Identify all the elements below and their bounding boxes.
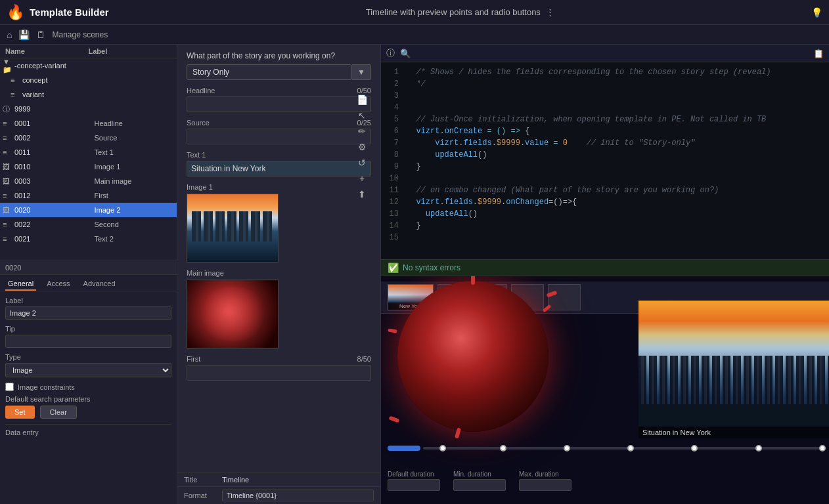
- headline-input[interactable]: [187, 96, 371, 112]
- tree-item-0020[interactable]: 🖼 0020 Image 2: [0, 203, 177, 217]
- tip-input[interactable]: [5, 335, 171, 348]
- duration-row: Default duration Min. duration Max. dura…: [388, 471, 822, 491]
- code-line-11: 11 // on combo changed (What part of the…: [381, 184, 829, 196]
- default-duration-group: Default duration: [388, 471, 440, 491]
- label-input[interactable]: [5, 306, 171, 320]
- save-as-icon[interactable]: 🗒: [36, 30, 45, 40]
- info-code-icon[interactable]: ⓘ: [386, 47, 395, 59]
- middle-content: What part of the story are you working o…: [177, 45, 380, 472]
- home-icon[interactable]: ⌂: [7, 30, 12, 40]
- cursor-icon[interactable]: ↖: [357, 110, 367, 121]
- tree-item-0003[interactable]: 🖼 0003 Main image: [0, 174, 177, 188]
- field-text1: Text 1: [187, 151, 371, 177]
- tree-item-0010[interactable]: 🖼 0010 Image 1: [0, 159, 177, 174]
- first-label: First: [187, 355, 200, 363]
- code-editor[interactable]: 1 /* Shows / hides the fields correspond…: [381, 62, 829, 259]
- tree-item-9999[interactable]: ⓘ 9999: [0, 102, 177, 116]
- tab-advanced[interactable]: Advanced: [81, 278, 118, 291]
- tree-item-0022[interactable]: ≡ 0022 Second: [0, 217, 177, 232]
- code-line-6: 6 vizrt.onCreate = () => {: [381, 125, 829, 137]
- tree-item-variant[interactable]: ≡ variant: [0, 87, 177, 102]
- max-duration-label: Max. duration: [519, 471, 571, 478]
- tip-prop-label: Tip: [5, 325, 171, 333]
- tree-item-0021[interactable]: ≡ 0021 Text 2: [0, 232, 177, 246]
- spike1: [471, 276, 475, 285]
- type-prop-label: Type: [5, 353, 171, 361]
- scrubber-handle-4[interactable]: [627, 445, 634, 452]
- label-property: Label: [5, 297, 171, 320]
- mainimage-label: Main image: [187, 269, 224, 277]
- default-duration-input[interactable]: [388, 479, 440, 491]
- code-line-5: 5 // Just-Once initialization, when open…: [381, 114, 829, 125]
- image-constraints-checkbox[interactable]: [5, 383, 14, 391]
- first-input[interactable]: [187, 365, 371, 381]
- story-combo-row: Story Only Full Story ▼: [187, 64, 371, 80]
- title-row: Title Timeline: [177, 472, 380, 486]
- property-tabs: General Access Advanced: [0, 275, 177, 291]
- combo-arrow-icon[interactable]: ▼: [352, 64, 371, 80]
- code-line-3: 3: [381, 90, 829, 102]
- field-source: Source 0/25: [187, 119, 371, 144]
- tab-general[interactable]: General: [5, 278, 36, 291]
- type-select[interactable]: Image: [5, 363, 171, 377]
- refresh-icon[interactable]: ↺: [357, 158, 367, 168]
- folder-icon: ▼📁: [3, 58, 13, 74]
- header-right: 💡: [811, 7, 822, 18]
- city-buildings: [639, 356, 829, 411]
- field-headline: Headline 0/50: [187, 87, 371, 112]
- tree-container[interactable]: ▼📁 -concept-variant ≡ concept ≡ variant …: [0, 58, 177, 261]
- doc-icon[interactable]: 📄: [357, 94, 367, 105]
- spike6: [543, 304, 552, 312]
- tree-item-0002[interactable]: ≡ 0002 Source: [0, 131, 177, 145]
- text-icon: ≡: [3, 192, 13, 200]
- tree-item-0011[interactable]: ≡ 0011 Text 1: [0, 145, 177, 159]
- mainimage-preview[interactable]: [187, 280, 279, 348]
- scrubber-handle-7[interactable]: [819, 445, 826, 452]
- scrubber-handle-5[interactable]: [691, 445, 698, 452]
- title-label: Title: [184, 476, 217, 484]
- image-constraints-label: Image constraints: [18, 383, 75, 391]
- preview-virus-container: [388, 276, 558, 438]
- clear-button[interactable]: Clear: [40, 406, 77, 419]
- save-icon[interactable]: 💾: [18, 30, 30, 40]
- tab-access[interactable]: Access: [44, 278, 72, 291]
- scrubber-handle-3[interactable]: [564, 445, 570, 452]
- check-icon: ✅: [388, 262, 399, 273]
- scrubber-handle-2[interactable]: [500, 445, 506, 452]
- scrubber-track[interactable]: [423, 447, 822, 450]
- settings-icon[interactable]: ⚙: [357, 142, 367, 152]
- story-combo[interactable]: Story Only Full Story: [187, 64, 352, 80]
- text1-input[interactable]: [187, 161, 371, 177]
- scrubber-handle-1[interactable]: [439, 445, 446, 452]
- code-line-15: 15: [381, 232, 829, 243]
- spike5: [388, 328, 397, 333]
- first-counter: 8/50: [357, 355, 371, 363]
- max-duration-input[interactable]: [519, 479, 571, 491]
- col-label-header: Label: [89, 47, 172, 55]
- set-button[interactable]: Set: [5, 406, 35, 419]
- text-icon: ≡: [11, 91, 21, 98]
- scrubber-handle-6[interactable]: [755, 445, 762, 452]
- code-line-13: 13 updateAll(): [381, 208, 829, 220]
- tree-item-0001[interactable]: ≡ 0001 Headline: [0, 116, 177, 131]
- upload-icon[interactable]: ⬆: [357, 189, 367, 200]
- edit-icon[interactable]: ✏: [357, 126, 367, 136]
- min-duration-input[interactable]: [453, 479, 506, 491]
- tree-item-concept-variant[interactable]: ▼📁 -concept-variant: [0, 58, 177, 73]
- tree-item-concept[interactable]: ≡ concept: [0, 73, 177, 87]
- code-line-1: 1 /* Shows / hides the fields correspond…: [381, 66, 829, 78]
- label-prop-label: Label: [5, 297, 171, 304]
- search-code-icon[interactable]: 🔍: [400, 49, 411, 58]
- tree-item-0012[interactable]: ≡ 0012 First: [0, 188, 177, 203]
- light-icon[interactable]: 💡: [811, 7, 822, 18]
- format-label: Format: [184, 492, 217, 499]
- preview-city-container: Situation in New York: [639, 301, 829, 438]
- copy-code-icon[interactable]: 📋: [813, 49, 824, 58]
- image1-preview[interactable]: [187, 194, 279, 262]
- toolbar: ⌂ 💾 🗒 Manage scenes: [0, 25, 829, 45]
- source-input[interactable]: [187, 129, 371, 144]
- format-input[interactable]: [222, 490, 374, 501]
- menu-icon[interactable]: ⋮: [546, 7, 554, 17]
- scrubber-row: [388, 442, 822, 455]
- plus-icon[interactable]: +: [357, 173, 367, 184]
